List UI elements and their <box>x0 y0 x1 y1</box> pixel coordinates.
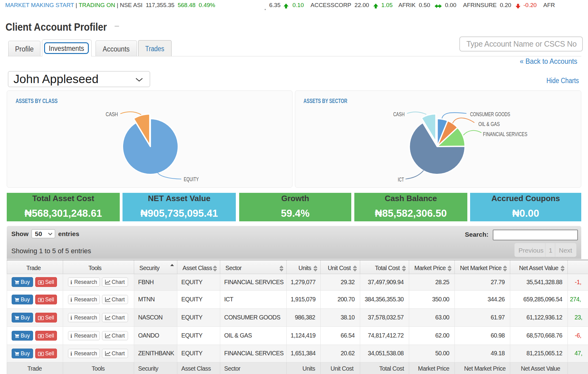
svg-text:1: 1 <box>40 281 42 284</box>
svg-text:1: 1 <box>40 335 42 337</box>
svg-text:OIL & GAS: OIL & GAS <box>478 121 500 127</box>
svg-text:ASSETS BY CLASS: ASSETS BY CLASS <box>16 97 58 104</box>
svg-text:ASSETS BY SECTOR: ASSETS BY SECTOR <box>303 97 347 104</box>
svg-text:CASH: CASH <box>393 111 405 117</box>
svg-text:1: 1 <box>40 353 42 355</box>
svg-text:CONSUMER GOODS: CONSUMER GOODS <box>470 111 510 117</box>
svg-text:ICT: ICT <box>398 176 404 183</box>
svg-text:CASH: CASH <box>106 111 118 117</box>
svg-text:1: 1 <box>40 317 42 319</box>
svg-text:FINANCIAL SERVICES: FINANCIAL SERVICES <box>483 131 527 137</box>
svg-text:EQUITY: EQUITY <box>184 176 199 182</box>
svg-text:1: 1 <box>40 299 42 301</box>
